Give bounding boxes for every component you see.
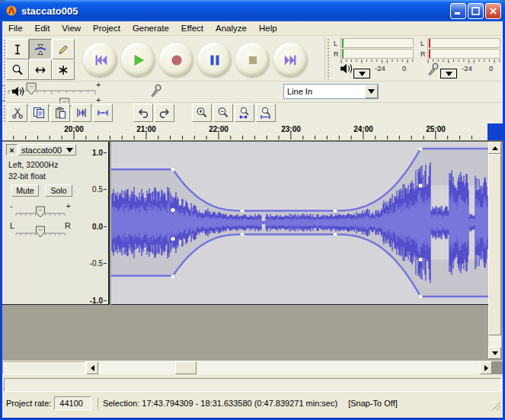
skip-to-end-button[interactable] [273, 43, 308, 77]
project-rate-label: Project rate: [6, 399, 51, 408]
status-message-strip [4, 378, 501, 392]
mute-button[interactable]: Mute [11, 184, 39, 197]
fit-selection-button[interactable] [235, 104, 254, 122]
title-bar[interactable]: staccato005 [0, 0, 505, 21]
horizontal-scroll-thumb[interactable] [175, 361, 197, 374]
silence-button[interactable] [93, 104, 113, 122]
menu-bar: FileEditViewProjectGenerateEffectAnalyze… [2, 21, 503, 36]
skip-to-start-icon [92, 52, 109, 69]
zoom-out-button[interactable] [213, 104, 233, 122]
input-source-select[interactable]: Line In [283, 84, 379, 99]
draw-tool-button[interactable] [52, 39, 75, 59]
zoom-in-button[interactable] [192, 104, 212, 122]
fit-project-button[interactable] [256, 104, 276, 122]
meter-accent [429, 50, 430, 58]
vertical-scrollbar[interactable] [488, 142, 501, 359]
meter-scale-end-label: 0 [402, 64, 406, 72]
vertical-ruler-label: -0.5 [90, 259, 103, 268]
menu-file[interactable]: File [2, 23, 29, 34]
meter-bar [340, 38, 414, 48]
horizontal-scrollbar[interactable] [2, 361, 503, 375]
selection-tool-button[interactable] [6, 39, 29, 59]
menu-generate[interactable]: Generate [126, 23, 175, 34]
menu-analyze[interactable]: Analyze [209, 23, 253, 34]
meter-bar [340, 49, 414, 59]
menu-edit[interactable]: Edit [29, 23, 56, 34]
pause-icon [206, 52, 223, 69]
gain-slider[interactable]: - + [8, 203, 72, 220]
output-meter-dropdown-button[interactable] [353, 69, 370, 79]
menu-view[interactable]: View [56, 23, 87, 34]
waveform-display[interactable] [111, 142, 490, 305]
resize-grip[interactable] [491, 401, 502, 412]
menu-help[interactable]: Help [253, 23, 283, 34]
track-format-line2: 32-bit float [8, 172, 46, 181]
speaker-icon [11, 85, 25, 98]
trim-button[interactable] [72, 104, 91, 122]
multi-tool-button[interactable] [52, 59, 75, 80]
pan-slider[interactable]: L R [8, 223, 72, 239]
record-icon [168, 52, 185, 69]
zoom-in-icon [196, 107, 208, 119]
skip-to-start-button[interactable] [83, 43, 117, 77]
skip-to-end-icon [283, 52, 299, 69]
svg-text:21:00: 21:00 [136, 125, 156, 133]
transport-toolbar [82, 36, 324, 80]
svg-text:25:00: 25:00 [426, 125, 446, 133]
chevron-down-icon[interactable] [365, 85, 378, 98]
track-title-menu[interactable]: staccato00 [18, 144, 76, 155]
window-title: staccato005 [21, 5, 78, 17]
timeshift-tool-button[interactable] [29, 59, 52, 80]
input-meter-dropdown-button[interactable] [440, 69, 457, 79]
zoom-tool-button[interactable] [6, 59, 29, 80]
play-icon [130, 52, 147, 69]
scroll-down-button[interactable] [488, 347, 501, 359]
input-meter[interactable]: LR-240 [419, 37, 501, 80]
scroll-right-button[interactable] [480, 361, 492, 374]
track-format-line1: Left, 32000Hz [8, 160, 58, 169]
stop-icon [245, 52, 261, 69]
envelope-tool-button[interactable] [29, 39, 52, 59]
menu-project[interactable]: Project [87, 23, 126, 34]
play-button[interactable] [121, 43, 155, 77]
mixer-toolbar-grabber[interactable] [3, 84, 7, 101]
microphone-icon [427, 63, 439, 75]
paste-button[interactable] [50, 104, 70, 122]
vertical-ruler-label: 1.0 [92, 148, 103, 156]
silence-icon [97, 107, 109, 119]
edit-toolbar-grabber[interactable] [3, 104, 7, 122]
menu-effect[interactable]: Effect [175, 23, 209, 34]
minimize-button[interactable] [450, 3, 466, 19]
redo-button[interactable] [155, 104, 174, 122]
vertical-ruler-label: 0.5 [92, 185, 103, 194]
timeline-ruler[interactable]: 20:0021:0022:0023:0024:0025:00 [2, 123, 487, 140]
timeshift-tool-icon [34, 64, 46, 76]
pause-button[interactable] [197, 43, 232, 77]
svg-text:+: + [96, 82, 101, 89]
output-meter-right-label: R [334, 50, 339, 58]
undo-button[interactable] [133, 104, 153, 122]
project-rate-value: 44100 [54, 396, 91, 410]
vertical-ruler-label: -1.0 [90, 296, 103, 304]
cut-button[interactable] [8, 104, 27, 122]
maximize-button[interactable] [468, 3, 484, 19]
copy-button[interactable] [29, 104, 49, 122]
meter-bar [427, 49, 500, 59]
record-button[interactable] [159, 43, 193, 77]
tools-toolbar [6, 39, 75, 80]
snap-to-status: [Snap-To Off] [348, 399, 398, 408]
track-title: staccato00 [21, 146, 62, 155]
draw-tool-icon [57, 43, 69, 56]
audacity-logo-icon [5, 5, 18, 17]
status-bar: Project rate: 44100 Selection: 17:43.794… [2, 375, 503, 418]
stop-button[interactable] [235, 43, 270, 77]
vertical-ruler[interactable]: 1.00.50.0-0.5-1.0 [78, 142, 110, 305]
close-button[interactable] [485, 3, 501, 19]
solo-button[interactable]: Solo [45, 184, 72, 197]
scroll-left-button[interactable] [86, 361, 98, 374]
meter-toolbar-grabber[interactable] [327, 38, 331, 79]
vertical-scroll-thumb[interactable] [488, 154, 501, 335]
scroll-up-button[interactable] [488, 142, 501, 154]
output-meter[interactable]: LR-240 [332, 37, 414, 80]
track-close-button[interactable]: × [6, 144, 18, 155]
